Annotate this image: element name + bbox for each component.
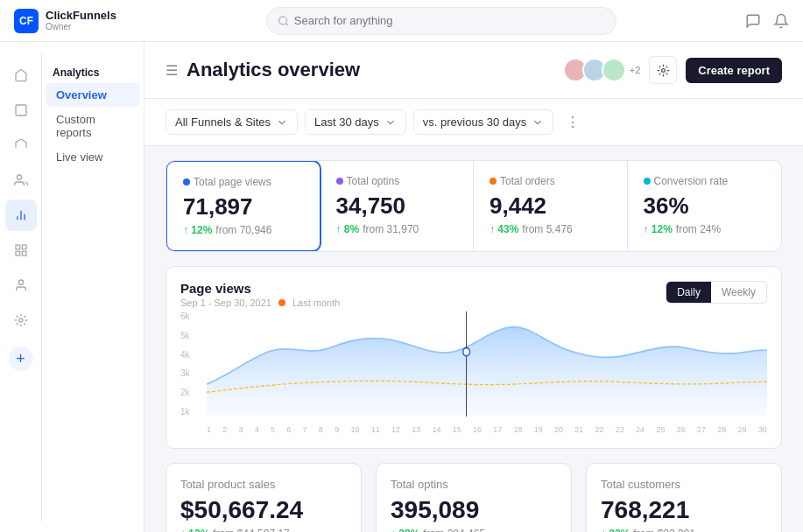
sidebar-item-live-view[interactable]: Live view bbox=[46, 145, 140, 169]
chat-icon[interactable] bbox=[745, 13, 761, 29]
logo-icon: CF bbox=[14, 9, 39, 33]
sidebar-item-custom-reports[interactable]: Custom reports bbox=[46, 108, 140, 144]
chevron-down-icon bbox=[532, 116, 544, 129]
chart-subtitle: Sep 1 - Sep 30, 2021 Last month bbox=[180, 298, 340, 308]
bottom-card-change: ↑ 32% from $22,391 bbox=[601, 528, 767, 532]
svg-line-1 bbox=[285, 23, 287, 24]
stat-card-page-views[interactable]: Total page views 71,897 ↑ 12% from 70,94… bbox=[166, 160, 321, 252]
svg-point-12 bbox=[19, 318, 23, 322]
compare-filter[interactable]: vs. previous 30 days bbox=[413, 109, 554, 135]
stat-dot bbox=[490, 178, 497, 185]
stat-card-optins[interactable]: Total optins 34,750 ↑ 8% from 31,970 bbox=[320, 161, 475, 251]
search-input[interactable] bbox=[294, 14, 605, 27]
sidebar-item-overview[interactable]: Overview bbox=[46, 83, 140, 107]
sidebar-icon-home[interactable] bbox=[5, 60, 37, 91]
bottom-card-title: Total optins bbox=[391, 478, 557, 491]
stat-label: Total optins bbox=[336, 175, 458, 187]
chart-card: Page views Sep 1 - Sep 30, 2021 Last mon… bbox=[166, 266, 782, 449]
bottom-card-value: 768,221 bbox=[601, 496, 767, 524]
search-bar[interactable] bbox=[266, 7, 616, 35]
settings-button[interactable] bbox=[649, 56, 677, 84]
stat-change: ↑ 8% from 31,970 bbox=[336, 223, 458, 235]
svg-rect-2 bbox=[16, 105, 26, 116]
stat-value: 34,750 bbox=[336, 192, 458, 220]
main-header-right: +2 Create report bbox=[563, 56, 782, 84]
stat-card-orders[interactable]: Total orders 9,442 ↑ 43% from 5,476 bbox=[474, 161, 628, 251]
sidebar-icon-grid[interactable] bbox=[5, 234, 37, 266]
sidebar-icon-box[interactable] bbox=[5, 130, 37, 161]
brand-text: ClickFunnels Owner bbox=[46, 10, 116, 32]
change-up-icon: ↑ 12% bbox=[180, 528, 209, 532]
weekly-toggle-button[interactable]: Weekly bbox=[711, 282, 766, 303]
brand-name: ClickFunnels bbox=[46, 10, 116, 22]
bottom-card-value: $50,667.24 bbox=[180, 496, 347, 524]
last-month-dot bbox=[278, 299, 285, 306]
date-filter[interactable]: Last 30 days bbox=[305, 109, 406, 135]
stat-value: 71,897 bbox=[183, 193, 304, 220]
bottom-cards: Total product sales $50,667.24 ↑ 12% fro… bbox=[144, 463, 803, 532]
topbar: CF ClickFunnels Owner bbox=[0, 0, 803, 42]
svg-rect-7 bbox=[16, 245, 20, 249]
stat-dot bbox=[644, 178, 651, 185]
chevron-down-icon bbox=[276, 116, 288, 129]
avatar-count: +2 bbox=[630, 65, 641, 75]
change-up-icon: ↑ 28% bbox=[391, 528, 419, 532]
change-up-icon: ↑ 12% bbox=[183, 224, 212, 236]
change-up-icon: ↑ 8% bbox=[336, 223, 360, 235]
stat-label: Total orders bbox=[490, 175, 611, 187]
filters-row: All Funnels & Sites Last 30 days vs. pre… bbox=[144, 99, 803, 146]
change-up-icon: ↑ 32% bbox=[601, 528, 630, 532]
sidebar-icon-gear[interactable] bbox=[5, 304, 37, 336]
avatar-3 bbox=[602, 58, 626, 82]
bottom-card-title: Total product sales bbox=[180, 478, 347, 491]
stat-value: 36% bbox=[644, 192, 766, 220]
stats-grid: Total page views 71,897 ↑ 12% from 70,94… bbox=[166, 160, 782, 252]
stat-dot bbox=[183, 178, 190, 186]
svg-rect-9 bbox=[22, 251, 26, 256]
svg-rect-10 bbox=[16, 251, 20, 256]
bottom-card-product-sales: Total product sales $50,667.24 ↑ 12% fro… bbox=[166, 463, 362, 532]
sidebar-text-col: Analytics Overview Custom reports Live v… bbox=[42, 52, 144, 522]
logo: CF ClickFunnels Owner bbox=[14, 9, 137, 33]
bottom-card-total-customers: Total customers 768,221 ↑ 32% from $22,3… bbox=[586, 463, 782, 532]
svg-point-0 bbox=[278, 17, 286, 24]
svg-rect-8 bbox=[22, 245, 26, 249]
chart-area: 6k 5k 4k 3k 2k 1k 1234567891011121314151… bbox=[180, 312, 767, 434]
sidebar-icon-users[interactable] bbox=[5, 164, 37, 196]
stat-card-conversion[interactable]: Conversion rate 36% ↑ 12% from 24% bbox=[628, 161, 782, 251]
stat-label: Total page views bbox=[183, 176, 304, 188]
sidebar-section-title: Analytics bbox=[42, 60, 144, 82]
filter-more-button[interactable]: ⋮ bbox=[560, 110, 585, 135]
stat-change: ↑ 12% from 24% bbox=[644, 223, 766, 235]
chart-section: Page views Sep 1 - Sep 30, 2021 Last mon… bbox=[144, 266, 803, 463]
bell-icon[interactable] bbox=[773, 13, 789, 29]
funnel-filter[interactable]: All Funnels & Sites bbox=[166, 109, 298, 135]
app-body: + Analytics Overview Custom reports Live… bbox=[0, 42, 803, 532]
stat-change: ↑ 12% from 70,946 bbox=[183, 224, 304, 236]
daily-toggle-button[interactable]: Daily bbox=[666, 282, 711, 303]
main-content: ☰ Analytics overview +2 Create report Al… bbox=[144, 42, 803, 532]
chart-toggle[interactable]: Daily Weekly bbox=[666, 281, 767, 304]
page-title: Analytics overview bbox=[187, 59, 360, 81]
chart-svg bbox=[207, 312, 767, 416]
sidebar-icon-person[interactable] bbox=[5, 270, 37, 301]
sidebar-icon-analytics[interactable] bbox=[5, 200, 37, 231]
bottom-card-change: ↑ 28% from 284,465 bbox=[391, 528, 557, 532]
chevron-down-icon bbox=[384, 116, 397, 129]
topbar-actions bbox=[745, 13, 789, 29]
chart-header: Page views Sep 1 - Sep 30, 2021 Last mon… bbox=[180, 281, 767, 308]
svg-point-13 bbox=[661, 68, 665, 72]
main-header-left: ☰ Analytics overview bbox=[166, 59, 360, 81]
chart-y-labels: 6k 5k 4k 3k 2k 1k bbox=[180, 312, 205, 416]
stat-label: Conversion rate bbox=[644, 175, 766, 187]
sidebar-inner: + Analytics Overview Custom reports Live… bbox=[0, 52, 144, 522]
sidebar-icon-funnel[interactable] bbox=[5, 94, 37, 126]
bottom-card-value: 395,089 bbox=[391, 496, 557, 524]
sidebar-add-button[interactable]: + bbox=[9, 346, 33, 371]
chart-x-labels: 1234567891011121314151617181920212223242… bbox=[207, 425, 767, 434]
stat-value: 9,442 bbox=[490, 192, 611, 220]
avatar-group: +2 bbox=[563, 58, 641, 82]
menu-icon[interactable]: ☰ bbox=[166, 62, 178, 79]
create-report-button[interactable]: Create report bbox=[686, 58, 782, 83]
change-up-icon: ↑ 43% bbox=[490, 223, 518, 235]
